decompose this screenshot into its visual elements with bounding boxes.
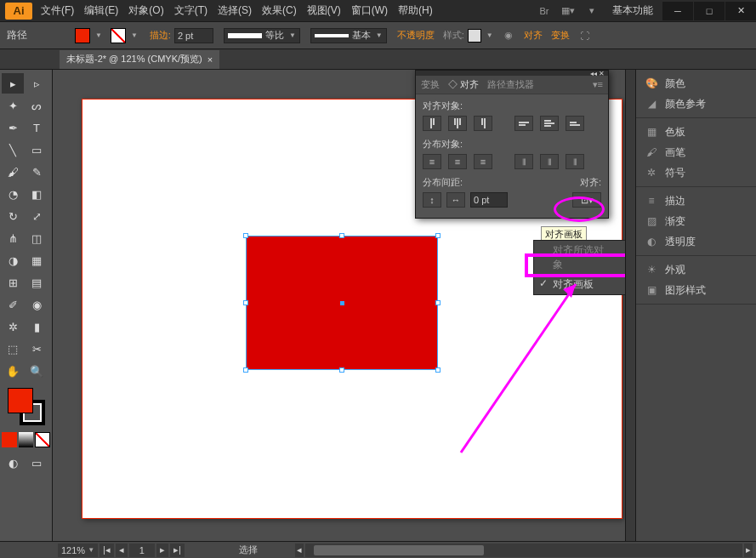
opacity-label[interactable]: 不透明度 [397,29,435,42]
direct-selection-tool[interactable]: ▹ [26,73,48,94]
bridge-icon[interactable]: Br [536,3,553,20]
recolor-icon[interactable]: ◉ [500,27,517,44]
hdist-center-button[interactable]: ⦀ [540,154,559,169]
selection-handle[interactable] [339,367,344,373]
vspace-button[interactable]: ↕ [423,192,441,208]
eraser-tool[interactable]: ◧ [26,184,48,204]
align-top-button[interactable] [514,116,533,131]
type-tool[interactable]: T [26,117,48,138]
align-left-button[interactable] [423,116,441,131]
pen-tool[interactable]: ✒ [2,117,24,138]
scale-tool[interactable]: ⤢ [26,206,48,226]
dock-appearance[interactable]: ☀外观 [636,259,756,280]
document-tab[interactable]: 未标题-2* @ 121% (CMYK/预览) × [60,50,219,69]
selection-handle[interactable] [243,367,248,373]
menu-object[interactable]: 对象(O) [123,3,168,18]
pencil-tool[interactable]: ✎ [26,162,48,182]
selection-handle[interactable] [339,233,344,238]
screen-mode-icon[interactable]: ▭ [26,453,48,473]
isolate-icon[interactable]: ⛶ [577,27,594,44]
variable-width-profile[interactable]: 等比▼ [224,28,300,43]
selection-handle[interactable] [243,300,248,305]
fill-swatch[interactable] [75,28,90,43]
panel-menu-icon[interactable]: ▾≡ [593,79,603,90]
dock-collapse-strip[interactable] [625,70,635,541]
color-mode-icon[interactable] [2,432,17,447]
mesh-tool[interactable]: ⊞ [2,272,24,293]
menu-view[interactable]: 视图(V) [302,3,346,18]
align-bottom-button[interactable] [566,116,584,131]
panel-tab-transform[interactable]: 变换 [421,78,440,91]
stroke-swatch[interactable] [111,28,126,43]
slice-tool[interactable]: ✂ [26,339,48,359]
hand-tool[interactable]: ✋ [2,361,24,381]
selection-tool[interactable]: ▸ [2,73,24,94]
zoom-tool[interactable]: 🔍 [26,361,48,381]
selection-handle[interactable] [435,367,441,373]
line-tool[interactable]: ╲ [2,140,24,160]
artboard-nav-first[interactable]: |◂ [99,544,114,557]
selection-handle[interactable] [243,233,248,238]
free-transform-tool[interactable]: ◫ [26,228,48,248]
menu-select[interactable]: 选择(S) [213,3,257,18]
magic-wand-tool[interactable]: ✦ [2,95,24,116]
artboard-nav-next[interactable]: ▸ [156,544,168,557]
artboard-index[interactable]: 1 [129,544,155,557]
vdist-bottom-button[interactable]: ≡ [474,154,492,169]
align-right-button[interactable] [474,116,492,131]
menu-edit[interactable]: 编辑(E) [79,3,123,18]
dock-transparency[interactable]: ◐透明度 [636,231,756,252]
gradient-tool[interactable]: ▤ [26,272,48,293]
scroll-right-button[interactable]: ▸ [744,544,753,557]
canvas[interactable]: ◂◂ ✕ 变换 ◇ 对齐 路径查找器 ▾≡ 对齐对象: 分布对象: [53,70,625,541]
menu-help[interactable]: 帮助(H) [393,3,438,18]
draw-mode-icon[interactable]: ◐ [2,453,24,473]
blob-brush-tool[interactable]: ◔ [2,184,24,204]
dock-symbols[interactable]: ✲符号 [636,162,756,183]
menu-effect[interactable]: 效果(C) [257,3,302,18]
search-icon[interactable]: ▾ [583,3,600,20]
selection-handle[interactable] [435,233,441,238]
selection-handle[interactable] [435,300,441,305]
spacing-input[interactable] [470,192,508,208]
dock-graphic-styles[interactable]: ▣图形样式 [636,280,756,300]
fill-dropdown-icon[interactable]: ▼ [95,31,102,39]
panel-tab-pathfinder[interactable]: 路径查找器 [487,78,534,91]
align-label[interactable]: 对齐 [524,29,543,42]
dock-brushes[interactable]: 🖌画笔 [636,142,756,162]
menu-file[interactable]: 文件(F) [36,3,79,18]
tab-close-icon[interactable]: × [207,54,213,65]
fill-color-box[interactable] [8,388,33,413]
dock-gradient[interactable]: ▨渐变 [636,211,756,231]
align-hcenter-button[interactable] [448,116,467,131]
panel-tab-align[interactable]: ◇ 对齐 [448,78,479,91]
dock-stroke[interactable]: ≡描边 [636,191,756,211]
scroll-left-button[interactable]: ◂ [295,544,304,557]
width-tool[interactable]: ⋔ [2,228,24,248]
vdist-top-button[interactable]: ≡ [423,154,441,169]
shape-builder-tool[interactable]: ◑ [2,250,24,270]
artboard-nav-prev[interactable]: ◂ [116,544,128,557]
dock-swatches[interactable]: ▦色板 [636,122,756,142]
workspace-switcher[interactable]: 基本功能 [604,3,662,18]
align-vcenter-button[interactable] [540,116,559,131]
brush-definition[interactable]: 基本▼ [310,28,387,43]
none-mode-icon[interactable] [35,432,50,447]
vdist-center-button[interactable]: ≡ [448,154,467,169]
fill-stroke-selector[interactable] [8,388,45,425]
hdist-left-button[interactable]: ⦀ [514,154,533,169]
gradient-mode-icon[interactable] [19,432,34,447]
hdist-right-button[interactable]: ⦀ [566,154,584,169]
graph-tool[interactable]: ▮ [26,316,48,337]
menu-type[interactable]: 文字(T) [169,3,213,18]
perspective-tool[interactable]: ▦ [26,250,48,270]
lasso-tool[interactable]: ᔕ [26,95,48,116]
hspace-button[interactable]: ↔ [446,192,465,208]
menu-window[interactable]: 窗口(W) [346,3,393,18]
zoom-level[interactable]: 121%▼ [58,544,98,557]
graphic-style-swatch[interactable] [468,29,481,43]
dock-color[interactable]: 🎨颜色 [636,73,756,94]
rotate-tool[interactable]: ↻ [2,206,24,226]
rectangle-tool[interactable]: ▭ [26,140,48,160]
horizontal-scrollbar[interactable] [305,544,742,557]
